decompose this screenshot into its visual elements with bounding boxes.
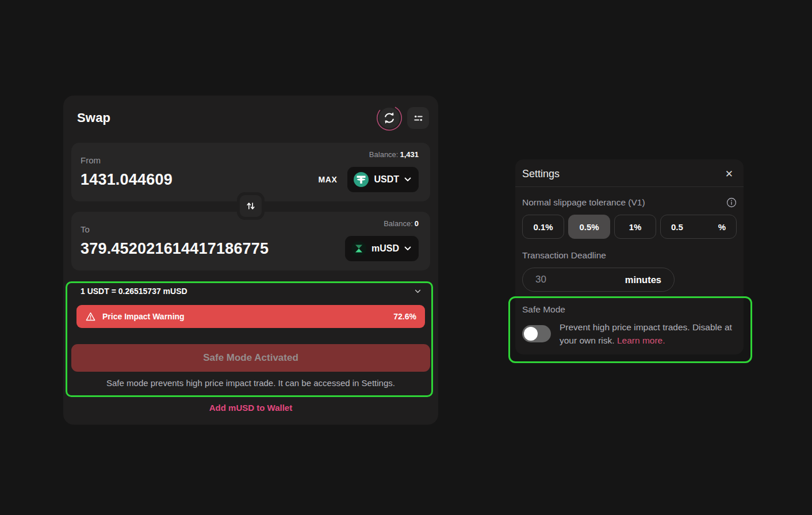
to-balance-value: 0 (415, 219, 419, 228)
to-balance: Balance:0 (384, 219, 419, 228)
slippage-option-0-5[interactable]: 0.5% (568, 215, 610, 239)
close-icon[interactable]: ✕ (725, 169, 733, 179)
deadline-unit: minutes (625, 274, 661, 285)
to-label: To (81, 224, 90, 234)
deadline-input[interactable]: 30 minutes (522, 268, 675, 292)
chevron-down-icon (404, 246, 411, 251)
percent-suffix: % (718, 222, 726, 232)
to-amount-input[interactable]: 379.452021614417186775 (81, 240, 269, 258)
rate-row[interactable]: 1 USDT = 0.26515737 mUSD (81, 287, 421, 296)
price-impact-warning-banner: Price Impact Warning 72.6% (76, 305, 425, 328)
settings-body: Normal slippage tolerance (V1) 0.1% 0.5%… (515, 197, 744, 347)
swap-direction-button[interactable] (237, 192, 265, 220)
custom-slippage-value: 0.5 (671, 222, 683, 232)
header-actions (376, 105, 429, 131)
page-title: Swap (77, 110, 110, 125)
slippage-tolerance-label: Normal slippage tolerance (V1) (522, 197, 645, 208)
safe-mode-description: Prevent high price impact trades. Disabl… (560, 321, 737, 347)
exchange-rate: 1 USDT = 0.26515737 mUSD (81, 287, 187, 296)
safe-mode-note: Safe mode prevents high price impact tra… (63, 378, 438, 388)
slippage-option-1[interactable]: 1% (614, 215, 656, 239)
settings-title: Settings (522, 168, 560, 180)
swap-card: Swap (63, 96, 438, 425)
toggle-knob (524, 327, 538, 341)
deadline-value: 30 (535, 274, 546, 285)
page-background: Swap (0, 0, 812, 515)
from-balance-label: Balance: (369, 150, 399, 159)
usdt-token-icon (354, 172, 369, 187)
from-token-symbol: USDT (374, 174, 399, 185)
slippage-option-0-1[interactable]: 0.1% (522, 215, 564, 239)
settings-panel: Settings ✕ Normal slippage tolerance (V1… (515, 159, 744, 354)
learn-more-link[interactable]: Learn more. (617, 335, 665, 345)
info-icon[interactable] (726, 197, 737, 208)
to-panel: To Balance:0 379.452021614417186775 mUSD (71, 212, 430, 270)
safe-mode-activated-button[interactable]: Safe Mode Activated (71, 344, 430, 372)
safe-mode-label: Safe Mode (522, 304, 737, 315)
custom-slippage-input[interactable]: 0.5 % (660, 215, 737, 239)
refresh-button[interactable] (376, 105, 403, 131)
to-balance-label: Balance: (384, 219, 413, 228)
to-token-symbol: mUSD (371, 243, 399, 254)
sliders-icon (413, 113, 424, 124)
refresh-icon (376, 105, 403, 131)
from-balance-value: 1,431 (400, 150, 419, 159)
settings-header: Settings ✕ (515, 159, 744, 187)
from-token-selector[interactable]: USDT (347, 167, 419, 192)
chevron-down-icon (404, 177, 411, 182)
from-amount-input[interactable]: 1431.044609 (81, 171, 173, 189)
musd-token-icon (351, 241, 366, 256)
safe-mode-row: Prevent high price impact trades. Disabl… (522, 321, 737, 347)
from-balance: Balance:1,431 (369, 150, 419, 159)
add-musd-to-wallet-link[interactable]: Add mUSD to Wallet (63, 403, 438, 413)
chevron-down-icon (415, 289, 421, 293)
price-impact-warning-label: Price Impact Warning (102, 312, 185, 321)
transaction-deadline-label: Transaction Deadline (522, 250, 737, 261)
swap-arrows-icon (245, 200, 256, 212)
price-impact-value: 72.6% (393, 312, 416, 321)
to-token-selector[interactable]: mUSD (345, 236, 419, 261)
warning-icon (85, 311, 96, 322)
swap-card-header: Swap (77, 104, 429, 132)
safe-mode-toggle[interactable] (522, 325, 551, 342)
from-label: From (81, 155, 101, 165)
max-button[interactable]: MAX (319, 175, 338, 184)
slippage-options: 0.1% 0.5% 1% 0.5 % (522, 215, 737, 239)
swap-settings-button[interactable] (407, 107, 429, 129)
